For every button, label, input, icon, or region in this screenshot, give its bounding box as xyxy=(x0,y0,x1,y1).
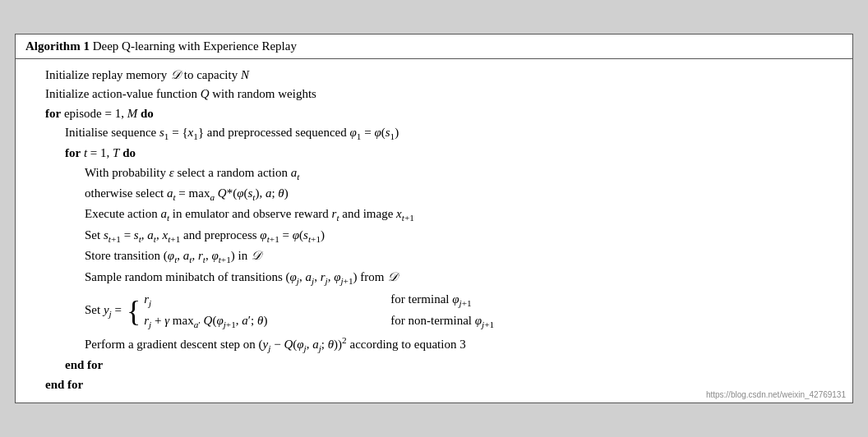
algorithm-title-bold: Algorithm 1 xyxy=(25,39,90,53)
line-sample-minibatch: Sample random minibatch of transitions (… xyxy=(25,268,843,288)
line-with-probability: With probability ε select a random actio… xyxy=(25,163,843,184)
line-for-t: for t = 1, T do xyxy=(25,144,843,163)
keyword-end-for-t: end for xyxy=(65,358,103,371)
algorithm-header: Algorithm 1 Deep Q-learning with Experie… xyxy=(16,34,852,59)
line-end-for-t: end for xyxy=(25,356,843,375)
line-gradient-descent: Perform a gradient descent step on (yj −… xyxy=(25,334,843,356)
case-row-terminal: rj for terminal φj+1 xyxy=(144,290,494,310)
line-initialise-sequence: Initialise sequence s1 = {x1} and prepro… xyxy=(25,123,843,144)
line-execute-action: Execute action at in emulator and observ… xyxy=(25,205,843,225)
algorithm-box: Algorithm 1 Deep Q-learning with Experie… xyxy=(15,34,853,403)
line-init-q: Initialize action-value function Q with … xyxy=(25,85,843,104)
keyword-for-episode: for xyxy=(45,107,61,120)
cases-rows: rj for terminal φj+1 rj + γ maxa′ Q(φj+1… xyxy=(144,290,494,332)
line-set-s: Set st+1 = st, at, xt+1 and preprocess φ… xyxy=(25,226,843,246)
watermark: https://blog.csdn.net/weixin_42769131 xyxy=(706,390,846,399)
keyword-do-t: do xyxy=(122,146,136,159)
set-yj-label: Set yj = xyxy=(85,301,122,321)
algorithm-body: Initialize replay memory 𝒟 to capacity N… xyxy=(16,59,852,402)
line-for-episode: for episode = 1, M do xyxy=(25,104,843,123)
case2-formula: rj + γ maxa′ Q(φj+1, a′; θ) xyxy=(144,311,374,332)
case1-formula: rj xyxy=(144,290,374,310)
line-store-transition: Store transition (φt, at, rt, φt+1) in 𝒟 xyxy=(25,246,843,267)
case-row-nonterminal: rj + γ maxa′ Q(φj+1, a′; θ) for non-term… xyxy=(144,311,494,332)
brace-symbol: { xyxy=(127,297,141,326)
keyword-end-for-episode: end for xyxy=(45,378,83,391)
case2-condition: for non-terminal φj+1 xyxy=(390,311,494,332)
line-otherwise-select: otherwise select at = maxa Q*(φ(st), a; … xyxy=(25,184,843,205)
keyword-for-t: for xyxy=(65,146,81,159)
keyword-do-episode: do xyxy=(141,107,154,120)
algorithm-title-rest: Deep Q-learning with Experience Replay xyxy=(90,39,297,53)
line-init-memory: Initialize replay memory 𝒟 to capacity N xyxy=(25,66,843,85)
line-set-yj: Set yj = { rj for terminal φj+1 rj + γ m… xyxy=(25,290,843,332)
case1-condition: for terminal φj+1 xyxy=(390,290,471,310)
